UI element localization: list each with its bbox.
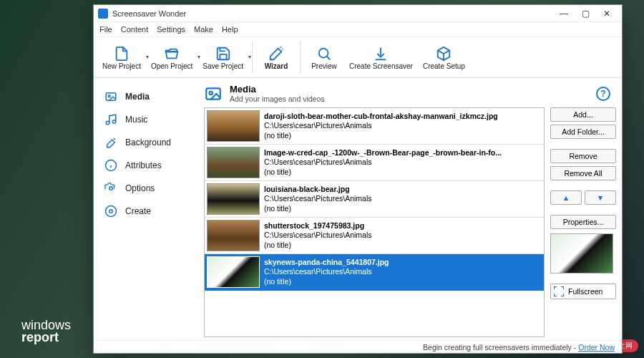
filename: louisiana-black-bear.jpg (264, 185, 372, 194)
download-icon (372, 45, 389, 62)
sidebar-item-label: Create (125, 206, 151, 216)
media-list[interactable]: daroji-sloth-bear-mother-cub-frontal-aks… (204, 107, 545, 337)
gear-icon (104, 181, 118, 195)
svg-point-13 (210, 91, 213, 94)
image-icon (104, 90, 118, 104)
sidebar-item-media[interactable]: Media (94, 85, 201, 108)
thumbnail (207, 147, 260, 178)
svg-point-3 (108, 95, 110, 97)
filepath: C:\Users\cesar\Pictures\Animals (264, 158, 502, 167)
fullscreen-button[interactable]: Fullscreen (550, 284, 616, 299)
sidebar-item-label: Options (125, 183, 155, 193)
separator (252, 42, 253, 73)
thumbnail (207, 220, 260, 251)
list-item[interactable]: skynews-panda-china_5441807.jpgC:\Users\… (205, 254, 544, 291)
svg-point-4 (106, 121, 109, 125)
filepath: C:\Users\cesar\Pictures\Animals (264, 231, 372, 240)
remove-button[interactable]: Remove (550, 149, 616, 163)
minimize-button[interactable]: — (553, 6, 575, 21)
sidebar-item-create[interactable]: Create (94, 200, 201, 223)
music-icon (104, 112, 118, 127)
statusbar: Begin creating full screensavers immedia… (94, 340, 622, 353)
file-icon (113, 45, 130, 62)
disc-icon (104, 204, 118, 218)
sidebar-item-label: Attributes (125, 160, 162, 170)
sidebar: Media Music Background Attributes Option… (94, 78, 201, 340)
section-header: Media Add your images and videos ? (201, 78, 622, 107)
window-title: Screensaver Wonder (112, 9, 553, 18)
menu-content[interactable]: Content (121, 25, 149, 34)
package-icon (435, 45, 452, 62)
filetitle: (no title) (264, 168, 502, 177)
thumbnail (207, 183, 260, 215)
list-item[interactable]: shutterstock_197475983.jpgC:\Users\cesar… (205, 218, 544, 254)
add-button[interactable]: Add... (550, 107, 616, 122)
svg-point-11 (109, 210, 113, 213)
app-icon (98, 9, 108, 19)
dropdown-caret-icon[interactable]: ▾ (248, 54, 251, 60)
sidebar-item-background[interactable]: Background (94, 131, 201, 154)
open-project-button[interactable]: Open Project ▾ (147, 44, 197, 72)
maximize-button[interactable]: ▢ (575, 6, 596, 21)
watermark: windows report (21, 319, 71, 344)
fullscreen-icon (554, 286, 564, 296)
filetitle: (no title) (264, 277, 389, 286)
section-title: Media (230, 84, 325, 95)
filetitle: (no title) (264, 204, 372, 213)
svg-point-5 (112, 120, 116, 124)
list-item[interactable]: daroji-sloth-bear-mother-cub-frontal-aks… (205, 108, 544, 145)
list-item[interactable]: Image-w-cred-cap_-1200w-_-Brown-Bear-pag… (205, 145, 544, 181)
svg-point-0 (319, 48, 328, 57)
new-project-button[interactable]: New Project ▾ (98, 44, 145, 72)
filepath: C:\Users\cesar\Pictures\Animals (264, 194, 372, 203)
sidebar-item-music[interactable]: Music (94, 108, 201, 131)
menubar: File Content Settings Make Help (94, 22, 622, 37)
menu-help[interactable]: Help (222, 25, 238, 34)
add-folder-button[interactable]: Add Folder... (550, 125, 616, 139)
filename: daroji-sloth-bear-mother-cub-frontal-aks… (264, 112, 498, 121)
preview-button[interactable]: Preview (305, 44, 343, 72)
move-up-button[interactable]: ▲ (550, 190, 582, 205)
filename: shutterstock_197475983.jpg (264, 221, 372, 231)
remove-all-button[interactable]: Remove All (550, 166, 616, 180)
titlebar[interactable]: Screensaver Wonder — ▢ ✕ (94, 5, 622, 22)
filepath: C:\Users\cesar\Pictures\Animals (264, 267, 389, 276)
order-now-link[interactable]: Order Now (578, 343, 615, 352)
save-icon (215, 45, 232, 62)
save-project-button[interactable]: Save Project ▾ (198, 44, 248, 72)
info-icon (104, 158, 118, 173)
sidebar-item-attributes[interactable]: Attributes (94, 154, 201, 177)
move-down-button[interactable]: ▼ (585, 190, 616, 205)
svg-line-1 (327, 56, 331, 59)
sidebar-item-options[interactable]: Options (94, 177, 201, 200)
media-icon (204, 84, 223, 103)
folder-open-icon (163, 45, 180, 62)
create-screensaver-button[interactable]: Create Screensaver (345, 44, 417, 72)
sidebar-item-label: Media (125, 92, 150, 102)
app-window: Screensaver Wonder — ▢ ✕ File Content Se… (93, 4, 623, 354)
action-panel: Add... Add Folder... Remove Remove All ▲… (550, 107, 616, 337)
thumbnail (207, 256, 260, 288)
filename: skynews-panda-china_5441807.jpg (264, 258, 389, 267)
menu-file[interactable]: File (99, 25, 112, 34)
thumbnail (207, 110, 260, 142)
filepath: C:\Users\cesar\Pictures\Animals (264, 121, 498, 130)
preview-icon (316, 45, 333, 62)
brush-icon (104, 135, 118, 150)
svg-point-10 (106, 206, 117, 217)
filename: Image-w-cred-cap_-1200w-_-Brown-Bear-pag… (264, 148, 502, 158)
wizard-button[interactable]: Wizard (257, 44, 296, 72)
list-item[interactable]: louisiana-black-bear.jpgC:\Users\cesar\P… (205, 181, 544, 218)
menu-make[interactable]: Make (194, 25, 213, 34)
properties-button[interactable]: Properties... (550, 215, 616, 229)
wizard-icon (268, 45, 285, 62)
toolbar: New Project ▾ Open Project ▾ Save Projec… (94, 37, 622, 78)
menu-settings[interactable]: Settings (157, 25, 185, 34)
filetitle: (no title) (264, 241, 372, 250)
close-button[interactable]: ✕ (596, 6, 618, 21)
sidebar-item-label: Music (125, 115, 147, 125)
help-button[interactable]: ? (596, 87, 610, 101)
preview-thumbnail (550, 233, 613, 274)
create-setup-button[interactable]: Create Setup (419, 44, 469, 72)
section-subtitle: Add your images and videos (230, 95, 325, 103)
